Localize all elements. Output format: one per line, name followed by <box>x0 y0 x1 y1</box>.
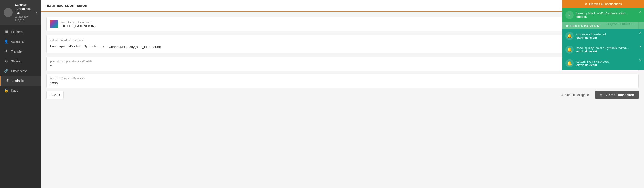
sidebar-item-chain-state[interactable]: 🔗 Chain state <box>0 66 41 76</box>
submit-transaction-label: Submit Transaction <box>604 93 634 97</box>
submit-transaction-button[interactable]: ➡ Submit Transaction <box>596 91 638 99</box>
page-content: using the selected account BETTE (EXTENS… <box>41 12 644 188</box>
notif-subtitle-base-liquidity: extrinsic event <box>576 50 641 53</box>
token-badge[interactable]: LAMI ▾ <box>46 91 64 99</box>
account-version: version 102 <box>15 15 33 19</box>
account-identicon <box>50 20 58 28</box>
bell-icon-2: 🔔 <box>566 46 574 54</box>
sidebar-item-sudo[interactable]: 🔒 Sudo <box>0 85 41 95</box>
submit-unsigned-label: Submit Unsigned <box>565 93 589 97</box>
main-content: Extrinsic submission using the selected … <box>41 0 644 188</box>
sidebar-item-extrinsics[interactable]: ↺ Extrinsics <box>0 76 41 85</box>
token-label: LAMI <box>50 93 57 97</box>
token-chevron-icon: ▾ <box>58 93 60 97</box>
notif-close-system[interactable]: ✕ <box>639 58 642 62</box>
submit-unsigned-icon: ➡ <box>561 93 564 97</box>
bell-icon-3: 🔔 <box>566 59 574 67</box>
chain-icon: 🔗 <box>4 69 8 73</box>
param-label-amount: amount: Compact<Balance> <box>50 77 635 80</box>
page-header: Extrinsic submission <box>41 0 644 12</box>
extrinsic-method: withdrawLiquidity(pool_id, amount) <box>109 45 161 49</box>
lock-icon: 🔒 <box>4 88 8 93</box>
bell-icon-1: 🔔 <box>566 32 574 40</box>
sidebar-item-transfer[interactable]: ✈ Transfer <box>0 46 41 56</box>
notif-subtitle-system: extrinsic event <box>576 63 641 67</box>
module-dropdown-arrow[interactable]: ▾ <box>103 45 104 48</box>
sidebar-item-label: Sudo <box>11 89 18 92</box>
notifications-panel: ✕ Dismiss all notifications ✓ baseLiquid… <box>562 0 644 70</box>
notif-text-base-liquidity: baseLiquidityPoolsForSynthetic.Withd… ex… <box>576 46 641 53</box>
page-title: Extrinsic submission <box>46 3 638 11</box>
notification-inblock: ✓ baseLiquidityPoolsForSynthetic.withd… … <box>562 8 644 22</box>
extrinsic-row: baseLiquidityPoolsForSynthetic ▾ withdra… <box>50 44 635 49</box>
sidebar-item-explorer[interactable]: ⊞ Explorer <box>0 27 41 37</box>
sidebar-item-label: Staking <box>11 59 22 63</box>
sidebar-item-staking[interactable]: ⚙ Staking <box>0 56 41 66</box>
sidebar: Laminar Turbulence TC1 version 102 #18,6… <box>0 0 41 188</box>
notif-title-currencies: currencies.Transferred <box>576 33 641 36</box>
extrinsics-icon: ↺ <box>5 78 9 83</box>
notif-close-base-liquidity[interactable]: ✕ <box>639 45 642 48</box>
param-value-pool-id[interactable]: 2 <box>50 64 635 68</box>
notification-base-liquidity: 🔔 baseLiquidityPoolsForSynthetic.Withd… … <box>562 43 644 56</box>
dismiss-all-button[interactable]: ✕ Dismiss all notifications <box>562 0 644 8</box>
check-icon: ✓ <box>566 11 574 19</box>
sidebar-item-label: Transfer <box>11 50 23 53</box>
notif-title-system: system.ExtrinsicSuccess <box>576 60 641 63</box>
param-label-pool-id: pool_id: Compact<LiquidityPoolId> <box>50 60 635 63</box>
account-details: using the selected account BETTE (EXTENS… <box>62 21 604 28</box>
notif-subtitle-currencies: extrinsic event <box>576 36 641 39</box>
notification-currencies-transferred: 🔔 currencies.Transferred extrinsic event… <box>562 29 644 43</box>
account-selector-label: using the selected account <box>62 21 604 24</box>
submit-unsigned-button[interactable]: ➡ Submit Unsigned <box>557 91 593 99</box>
notif-subtitle-inblock: inblock <box>576 15 641 19</box>
close-icon: ✕ <box>584 2 587 6</box>
param-section-pool-id: pool_id: Compact<LiquidityPoolId> 2 <box>46 57 638 71</box>
notif-title-inblock: baseLiquidityPoolsForSynthetic.withd… <box>576 12 641 15</box>
avatar <box>4 8 13 17</box>
param-section-amount: amount: Compact<Balance> 1000 <box>46 74 638 88</box>
accounts-icon: 👤 <box>4 39 8 44</box>
account-selector[interactable]: using the selected account BETTE (EXTENS… <box>46 17 638 31</box>
account-display-name: BETTE (EXTENSION) <box>62 24 604 28</box>
param-value-amount[interactable]: 1000 <box>50 81 635 85</box>
transfer-icon: ✈ <box>4 49 8 53</box>
sidebar-header[interactable]: Laminar Turbulence TC1 version 102 #18,6… <box>0 0 41 25</box>
notif-text-inblock: baseLiquidityPoolsForSynthetic.withd… in… <box>576 12 641 19</box>
staking-icon: ⚙ <box>4 59 8 63</box>
notif-title-base-liquidity: baseLiquidityPoolsForSynthetic.Withd… <box>576 46 641 50</box>
grid-icon: ⊞ <box>4 30 8 34</box>
account-info: Laminar Turbulence TC1 version 102 #18,6… <box>15 3 33 22</box>
notif-text-currencies: currencies.Transferred extrinsic event <box>576 33 641 39</box>
account-name: Laminar <box>15 3 33 7</box>
extrinsic-section: submit the following extrinsic baseLiqui… <box>46 35 638 53</box>
dismiss-all-label: Dismiss all notifications <box>589 2 622 6</box>
actions-row: LAMI ▾ ➡ Submit Unsigned ➡ Submit Transa… <box>46 91 638 99</box>
account-network: Turbulence TC1 <box>15 7 33 15</box>
notif-close-inblock[interactable]: ✕ <box>639 10 642 14</box>
sidebar-item-label: Extrinsics <box>12 79 25 83</box>
notif-text-system: system.ExtrinsicSuccess extrinsic event <box>576 60 641 67</box>
extrinsic-module[interactable]: baseLiquidityPoolsForSynthetic <box>50 44 100 49</box>
sidebar-item-label: Chain state <box>11 69 27 73</box>
notif-close-currencies[interactable]: ✕ <box>639 31 642 35</box>
notif-partially-visible: the balance: 5.468 321 LAMI <box>562 22 644 29</box>
extrinsic-label: submit the following extrinsic <box>50 39 635 42</box>
notification-system-extrinsic: 🔔 system.ExtrinsicSuccess extrinsic even… <box>562 56 644 70</box>
chevron-down-icon: ▾ <box>36 11 37 14</box>
sidebar-nav: ⊞ Explorer 👤 Accounts ✈ Transfer ⚙ Staki… <box>0 25 41 188</box>
account-block: #18,699 <box>15 19 33 22</box>
sidebar-item-accounts[interactable]: 👤 Accounts <box>0 37 41 46</box>
sidebar-item-label: Accounts <box>11 40 24 43</box>
sidebar-item-label: Explorer <box>11 30 23 34</box>
submit-transaction-icon: ➡ <box>600 93 603 97</box>
